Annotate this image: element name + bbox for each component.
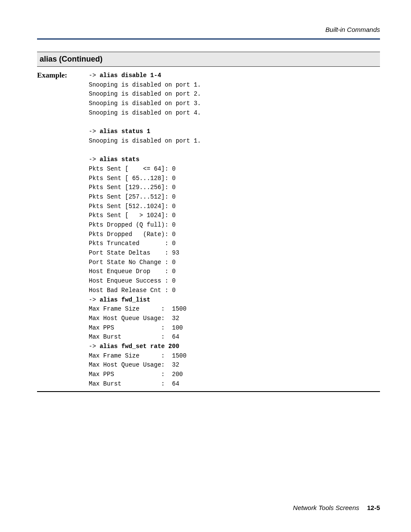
page-header: Built-in Commands	[37, 26, 380, 37]
out3-l8: Pkts Truncated : 0	[89, 240, 176, 247]
out2-l0: Snooping is disabled on port 1.	[89, 137, 201, 144]
out1-l0: Snooping is disabled on port 1.	[89, 81, 201, 88]
out3-l12: Host Enqueue Success : 0	[89, 277, 176, 284]
out5-l0: Max Frame Size : 1500	[89, 352, 187, 359]
out5-l1: Max Host Queue Usage: 32	[89, 361, 179, 368]
footer-page-number: 12-5	[367, 504, 380, 511]
out3-l2: Pkts Sent [129...256]: 0	[89, 184, 176, 191]
out3-l7: Pkts Dropped (Rate): 0	[89, 231, 176, 238]
cmd5-prefix: ->	[89, 343, 100, 350]
cmd1: alias disable 1-4	[100, 72, 161, 79]
cmd5: alias fwd_set rate 200	[100, 343, 179, 350]
out1-l1: Snooping is disabled on port 2.	[89, 90, 201, 97]
example-entry: Example: -> alias disable 1-4 Snooping i…	[37, 67, 380, 389]
section-bottom-rule	[37, 391, 380, 392]
section-title-bar: alias (Continued)	[37, 52, 380, 67]
out4-l2: Max PPS : 100	[89, 324, 183, 331]
out3-l4: Pkts Sent [512..1024]: 0	[89, 203, 176, 210]
out1-l2: Snooping is disabled on port 3.	[89, 100, 201, 107]
out3-l0: Pkts Sent [ <= 64]: 0	[89, 165, 176, 172]
footer-text: Network Tools Screens	[293, 504, 359, 511]
out1-l3: Snooping is disabled on port 4.	[89, 109, 201, 116]
cmd2-prefix: ->	[89, 128, 100, 135]
out4-l0: Max Frame Size : 1500	[89, 305, 187, 312]
cmd3: alias stats	[100, 156, 139, 163]
out3-l9: Port State Deltas : 93	[89, 249, 179, 256]
out4-l1: Max Host Queue Usage: 32	[89, 315, 179, 322]
page-footer: Network Tools Screens 12-5	[293, 504, 380, 511]
example-code: -> alias disable 1-4 Snooping is disable…	[89, 71, 380, 389]
out5-l2: Max PPS : 200	[89, 371, 183, 378]
cmd3-prefix: ->	[89, 156, 100, 163]
out3-l3: Pkts Sent [257...512]: 0	[89, 193, 176, 200]
out3-l1: Pkts Sent [ 65...128]: 0	[89, 175, 176, 182]
out5-l3: Max Burst : 64	[89, 380, 179, 387]
cmd1-prefix: ->	[89, 72, 100, 79]
out3-l10: Port State No Change : 0	[89, 259, 176, 266]
example-label: Example:	[37, 71, 89, 389]
out3-l6: Pkts Dropped (Q full): 0	[89, 221, 176, 228]
cmd2: alias status 1	[100, 128, 150, 135]
header-rule	[37, 38, 380, 40]
out3-l13: Host Bad Release Cnt : 0	[89, 287, 176, 294]
section-title: alias (Continued)	[40, 55, 103, 63]
out4-l3: Max Burst : 64	[89, 333, 179, 340]
out3-l5: Pkts Sent [ > 1024]: 0	[89, 212, 176, 219]
out3-l11: Host Enqueue Drop : 0	[89, 268, 176, 275]
cmd4: alias fwd_list	[100, 296, 150, 303]
cmd4-prefix: ->	[89, 296, 100, 303]
